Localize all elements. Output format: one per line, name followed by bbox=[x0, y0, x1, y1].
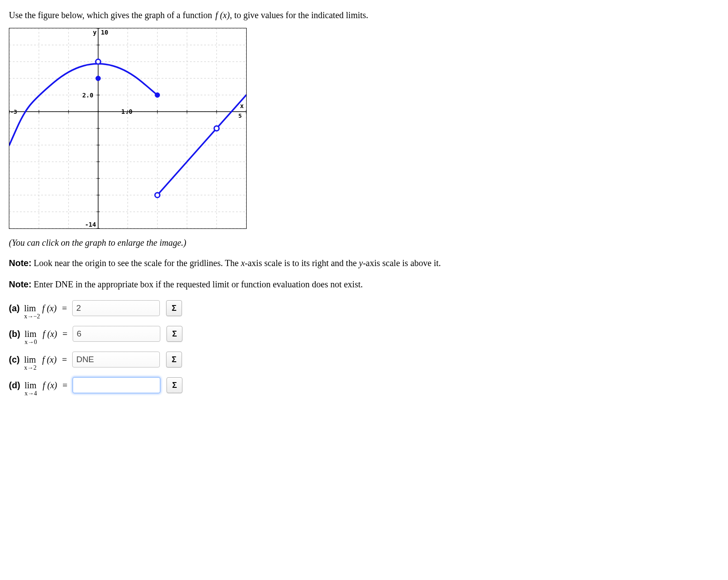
svg-point-59 bbox=[155, 193, 160, 197]
question-c: (c) lim x→2 f (x) = Σ bbox=[9, 352, 719, 367]
svg-text:1.0: 1.0 bbox=[121, 108, 132, 115]
instruction-suffix: , to give values for the indicated limit… bbox=[230, 10, 368, 20]
answer-input-a[interactable] bbox=[72, 300, 160, 316]
svg-point-57 bbox=[96, 76, 101, 81]
svg-text:5: 5 bbox=[238, 112, 242, 119]
note1-label: Note: bbox=[9, 258, 31, 268]
note2-label: Note: bbox=[9, 279, 31, 289]
svg-point-56 bbox=[96, 59, 101, 64]
limit-c: lim x→2 bbox=[24, 355, 36, 365]
label-c: (c) bbox=[9, 355, 19, 365]
svg-text:10: 10 bbox=[101, 29, 108, 36]
svg-text:x: x bbox=[240, 102, 244, 109]
instruction-fx: f (x) bbox=[215, 10, 230, 20]
label-b: (b) bbox=[9, 329, 20, 339]
sigma-icon: Σ bbox=[172, 381, 177, 390]
note-scale: Note: Look near the origin to see the sc… bbox=[9, 257, 719, 269]
question-b: (b) lim x→0 f (x) = Σ bbox=[9, 326, 719, 342]
limit-a: lim x→−2 bbox=[24, 303, 36, 313]
sigma-icon: Σ bbox=[172, 329, 177, 339]
question-a: (a) lim x→−2 f (x) = Σ bbox=[9, 300, 719, 316]
sigma-button-b[interactable]: Σ bbox=[167, 326, 182, 342]
question-d: (d) lim x→4 f (x) = Σ bbox=[9, 377, 719, 393]
label-a: (a) bbox=[9, 303, 19, 313]
svg-text:y: y bbox=[93, 29, 97, 36]
svg-text:2.0: 2.0 bbox=[82, 92, 93, 99]
label-d: (d) bbox=[9, 380, 20, 391]
graph-figure[interactable]: y10x5-3-141.02.0 bbox=[9, 28, 247, 229]
sigma-icon: Σ bbox=[172, 355, 177, 364]
answer-input-c[interactable] bbox=[72, 352, 160, 367]
graph-hint: (You can click on the graph to enlarge t… bbox=[9, 238, 719, 248]
svg-text:-14: -14 bbox=[85, 221, 96, 228]
answer-input-b[interactable] bbox=[73, 326, 160, 342]
svg-point-58 bbox=[155, 93, 160, 97]
limit-d: lim x→4 bbox=[25, 380, 37, 391]
svg-text:-3: -3 bbox=[10, 108, 17, 115]
sigma-button-d[interactable]: Σ bbox=[167, 377, 182, 393]
sigma-button-a[interactable]: Σ bbox=[166, 300, 182, 316]
answer-input-d[interactable] bbox=[73, 377, 160, 393]
graph-svg: y10x5-3-141.02.0 bbox=[9, 28, 246, 228]
sigma-icon: Σ bbox=[172, 304, 177, 313]
instruction-prefix: Use the figure below, which gives the gr… bbox=[9, 10, 214, 20]
limit-b: lim x→0 bbox=[25, 329, 37, 339]
instruction-text: Use the figure below, which gives the gr… bbox=[9, 9, 719, 21]
svg-point-60 bbox=[214, 126, 219, 131]
note-dne: Note: Enter DNE in the appropriate box i… bbox=[9, 278, 719, 290]
sigma-button-c[interactable]: Σ bbox=[166, 352, 182, 367]
